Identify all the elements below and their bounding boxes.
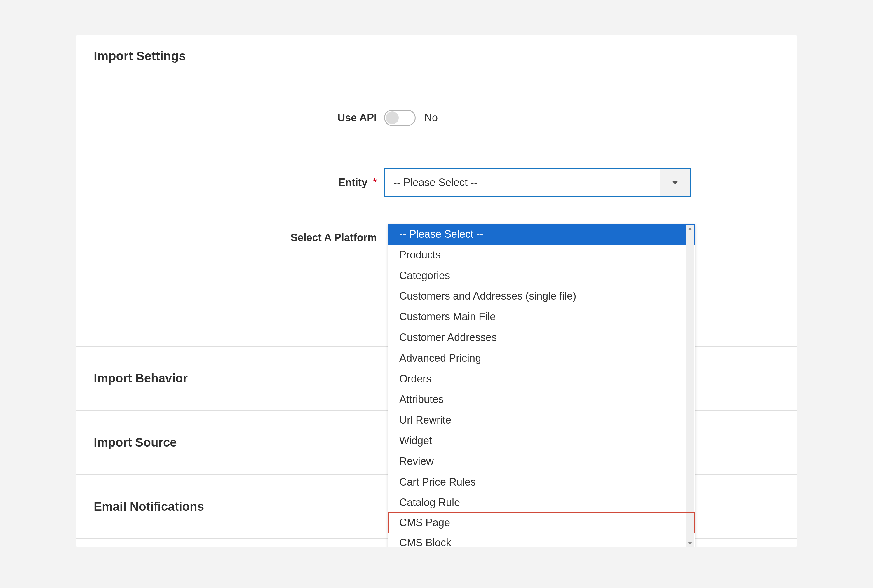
- label-entity-text: Entity: [338, 177, 368, 188]
- use-api-toggle[interactable]: [384, 110, 416, 126]
- entity-dropdown-list: -- Please Select -- Products Categories …: [388, 224, 695, 547]
- entity-select-value: -- Please Select --: [385, 169, 660, 196]
- entity-select[interactable]: -- Please Select --: [384, 168, 691, 196]
- entity-option-attributes[interactable]: Attributes: [388, 389, 695, 410]
- entity-dropdown[interactable]: -- Please Select -- Products Categories …: [388, 224, 695, 547]
- entity-select-button[interactable]: [660, 169, 690, 196]
- field-entity: Entity * -- Please Select --: [76, 168, 797, 196]
- svg-marker-2: [688, 542, 692, 544]
- form-area: Use API No Entity * -- Please Select --: [76, 63, 797, 244]
- svg-marker-1: [688, 228, 692, 230]
- import-settings-panel: Import Settings Use API No Entity * -- P…: [76, 35, 797, 547]
- entity-option-customers-and-addresses[interactable]: Customers and Addresses (single file): [388, 286, 695, 306]
- entity-option-cms-block[interactable]: CMS Block: [388, 532, 695, 547]
- svg-marker-0: [672, 180, 678, 184]
- label-platform: Select A Platform: [76, 232, 384, 244]
- entity-option-categories[interactable]: Categories: [388, 266, 695, 286]
- entity-option-catalog-rule[interactable]: Catalog Rule: [388, 492, 695, 513]
- dropdown-scrollbar[interactable]: [686, 225, 694, 547]
- label-use-api: Use API: [76, 112, 384, 124]
- entity-option-cms-page[interactable]: CMS Page: [388, 513, 695, 533]
- entity-option-customers-main-file[interactable]: Customers Main File: [388, 306, 695, 327]
- panel-title: Import Settings: [76, 35, 797, 63]
- entity-option-products[interactable]: Products: [388, 245, 695, 266]
- label-entity: Entity *: [76, 177, 384, 189]
- scroll-up-icon[interactable]: [686, 225, 694, 233]
- entity-option-review[interactable]: Review: [388, 451, 695, 472]
- entity-option-advanced-pricing[interactable]: Advanced Pricing: [388, 348, 695, 369]
- use-api-value: No: [424, 112, 438, 124]
- required-asterisk: *: [373, 177, 377, 188]
- entity-option-cart-price-rules[interactable]: Cart Price Rules: [388, 472, 695, 493]
- chevron-down-icon: [672, 180, 678, 184]
- entity-option-please-select[interactable]: -- Please Select --: [388, 224, 695, 245]
- entity-option-widget[interactable]: Widget: [388, 430, 695, 451]
- toggle-knob: [386, 111, 399, 124]
- entity-option-orders[interactable]: Orders: [388, 369, 695, 389]
- scroll-down-icon[interactable]: [686, 539, 694, 547]
- entity-option-url-rewrite[interactable]: Url Rewrite: [388, 410, 695, 430]
- entity-option-customer-addresses[interactable]: Customer Addresses: [388, 327, 695, 348]
- field-use-api: Use API No: [76, 110, 797, 126]
